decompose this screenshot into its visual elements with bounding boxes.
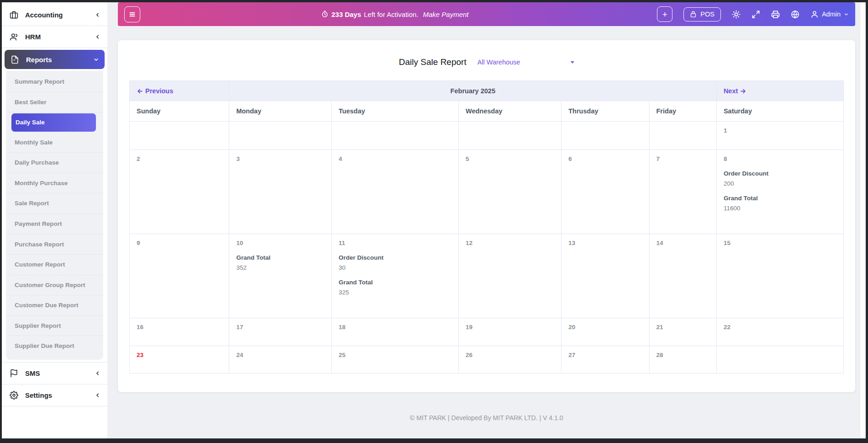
quick-add-button[interactable]: + [657,6,672,22]
day-number: 8 [724,155,836,162]
day-number: 24 [236,352,324,358]
day-number: 12 [466,240,554,246]
days-left-value: 233 Days [331,11,361,18]
entry-label: Order Discount [339,254,451,261]
printer-icon [771,10,780,19]
calendar-week-row: 910Grand Total35211Order Discount30Grand… [130,234,844,318]
entry-value: 352 [236,264,324,271]
fullscreen-toggle[interactable] [752,10,760,19]
weekday-header: Saturday [716,101,843,122]
days-left-text: Left for Activation. [364,11,418,18]
report-card: Daily Sale Report All Warehouse Previous… [118,40,855,392]
calendar-day-cell: 11Order Discount30Grand Total325 [332,234,459,318]
calendar-day-cell [716,346,843,374]
calendar-day-cell [459,122,561,150]
sidebar-subitem-payment-report[interactable]: Payment Report [6,214,103,235]
entry-value: 200 [724,180,836,187]
day-number-today: 23 [137,352,222,358]
day-number: 10 [236,240,324,246]
sidebar-item-reports[interactable]: Reports [5,50,105,69]
weekday-header: Sunday [130,101,229,122]
print-action[interactable] [771,10,780,19]
day-number: 16 [137,324,222,331]
user-icon [810,10,819,18]
sidebar: Accounting HRM Reports Summary ReportBes… [2,2,107,438]
footer-text: © MIT PARK | Developed By MIT PARK LTD. … [118,414,855,422]
sidebar-item-hrm[interactable]: HRM [2,26,107,48]
warehouse-select[interactable]: All Warehouse [477,59,574,66]
hamburger-menu-button[interactable] [124,6,140,22]
sun-icon [732,10,741,19]
page-scrollbar[interactable] [860,2,866,438]
calendar-day-cell: 25 [332,346,459,374]
flag-icon [10,369,18,378]
sale-summary-entry: Grand Total352 [236,254,324,271]
divider [2,48,107,48]
calendar-nav-row: PreviousFebruary 2025Next [130,81,844,101]
calendar-day-cell: 14 [649,234,716,318]
day-number: 28 [656,352,709,358]
sidebar-item-settings[interactable]: Settings [2,384,107,406]
calendar-day-cell: 21 [649,318,716,346]
chevron-left-icon [95,392,101,398]
expand-icon [752,10,760,19]
sidebar-subitem-monthly-sale[interactable]: Monthly Sale [6,133,103,153]
day-number: 17 [236,324,324,331]
sidebar-subitem-customer-report[interactable]: Customer Report [6,255,103,275]
calendar-day-cell [649,122,716,150]
topbar-actions: + POS Admin [657,6,849,22]
sidebar-subitem-supplier-due-report[interactable]: Supplier Due Report [6,336,103,356]
window-frame: Accounting HRM Reports Summary ReportBes… [0,0,868,443]
day-number: 13 [568,240,642,246]
pos-button[interactable]: POS [683,7,721,21]
make-payment-link[interactable]: Make Payment [423,11,469,18]
calendar-day-cell: 8Order Discount200Grand Total11600 [716,150,843,234]
sidebar-item-label: SMS [25,369,40,377]
theme-toggle[interactable] [732,10,741,19]
day-number: 11 [339,240,451,246]
caret-down-icon [571,61,574,64]
calendar-day-cell: 2 [130,150,229,234]
sale-summary-entry: Order Discount200 [724,170,836,187]
sidebar-item-sms[interactable]: SMS [2,363,107,384]
entry-value: 325 [339,289,451,296]
calendar-day-cell: 12 [459,234,561,318]
sidebar-subitem-supplier-report[interactable]: Supplier Report [6,316,103,336]
briefcase-icon [10,11,18,19]
entry-label: Grand Total [236,254,324,261]
calendar-week-row: 232425262728 [130,346,844,374]
calendar-day-cell: 26 [459,346,561,374]
globe-icon [791,10,799,19]
topbar: 233 Days Left for Activation. Make Payme… [118,2,855,26]
sidebar-subitem-summary-report[interactable]: Summary Report [6,72,103,92]
calendar-day-cell: 10Grand Total352 [229,234,332,318]
sidebar-item-accounting[interactable]: Accounting [2,4,107,26]
weekday-header: Wednesday [459,101,561,122]
day-number: 15 [724,240,836,246]
admin-menu[interactable]: Admin [810,10,849,18]
divider [2,406,107,406]
sidebar-item-label: Accounting [25,11,63,19]
calendar-day-cell [332,122,459,150]
day-number: 3 [236,155,324,162]
sidebar-subitem-customer-group-report[interactable]: Customer Group Report [6,275,103,296]
weekday-header: Tuesday [332,101,459,122]
sidebar-subitem-daily-sale[interactable]: Daily Sale [11,113,96,132]
sidebar-subitem-best-seller[interactable]: Best Seller [6,92,103,113]
previous-month-button[interactable]: Previous [130,81,229,101]
calendar-week-row: 16171819202122 [130,318,844,346]
language-switcher[interactable] [791,10,799,19]
calendar-day-cell: 16 [130,318,229,346]
chevron-left-icon [95,370,101,376]
sidebar-subitem-monthly-purchase[interactable]: Monthly Purchase [6,173,103,194]
report-header: Daily Sale Report All Warehouse [129,57,844,67]
chevron-down-icon [93,57,99,63]
calendar-day-cell [130,122,229,150]
sale-summary-entry: Order Discount30 [339,254,451,271]
sidebar-subitem-daily-purchase[interactable]: Daily Purchase [6,153,103,173]
sidebar-subitem-purchase-report[interactable]: Purchase Report [6,235,103,255]
next-month-button[interactable]: Next [716,81,843,101]
sidebar-subitem-sale-report[interactable]: Sale Report [6,193,103,214]
day-number: 9 [137,240,222,246]
sidebar-subitem-customer-due-report[interactable]: Customer Due Report [6,295,103,316]
